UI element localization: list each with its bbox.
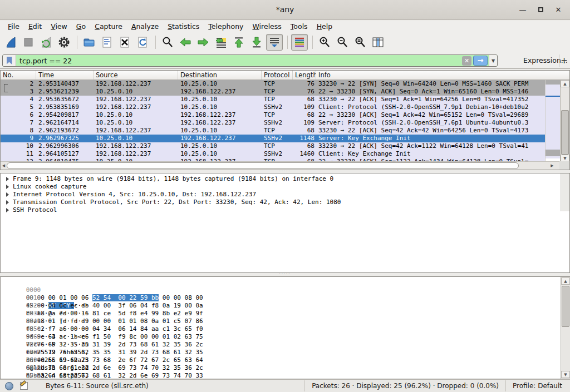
gear-icon xyxy=(57,36,71,49)
menu-item[interactable]: Go xyxy=(72,21,90,32)
scroll-left-arrow[interactable]: ◀ xyxy=(1,162,7,170)
column-header-info[interactable]: Info xyxy=(316,71,569,80)
menu-item[interactable]: View xyxy=(46,21,72,32)
column-header-source[interactable]: Source xyxy=(94,71,178,80)
column-header-length[interactable]: Length xyxy=(293,71,316,80)
menu-item[interactable]: File xyxy=(3,21,24,32)
column-header-time[interactable]: Time xyxy=(36,71,94,80)
stop-capture-button[interactable] xyxy=(20,34,37,51)
zoom-out-button[interactable] xyxy=(334,34,351,51)
packet-list-horizontal-scrollbar[interactable]: ◀ ▶ xyxy=(1,161,560,170)
scrollbar-thumb[interactable] xyxy=(561,110,569,155)
expert-info-icon[interactable] xyxy=(5,382,13,390)
go-last-packet-button[interactable] xyxy=(248,34,265,51)
start-capture-button[interactable] xyxy=(2,34,19,51)
menu-item[interactable]: Capture xyxy=(90,21,127,32)
maximize-button[interactable] xyxy=(533,4,548,16)
filter-bookmark-button[interactable] xyxy=(3,55,16,66)
close-file-icon xyxy=(118,36,131,49)
expand-arrow-icon[interactable] xyxy=(6,208,9,212)
reload-file-button[interactable] xyxy=(134,34,151,51)
packet-list-vertical-scrollbar[interactable]: ▲ ▼ xyxy=(560,80,569,162)
menu-item[interactable]: Analyze xyxy=(127,21,163,32)
bytes-vertical-scrollbar[interactable]: ▲ ▼ xyxy=(561,277,570,379)
filter-history-dropdown[interactable]: ▼ xyxy=(489,55,497,66)
packet-row[interactable]: 9 2.962967325 10.25.0.10 192.168.122.237… xyxy=(1,135,545,142)
scroll-right-arrow[interactable]: ▶ xyxy=(548,162,556,170)
packet-row[interactable]: 10 2.962996306 192.168.122.237 10.25.0.1… xyxy=(1,142,545,150)
filter-input[interactable]: tcp.port == 22 xyxy=(16,57,462,65)
menu-item[interactable]: Help xyxy=(312,21,337,32)
open-file-button[interactable] xyxy=(81,34,97,51)
detail-tree-row[interactable]: Frame 9: 1148 bytes on wire (9184 bits),… xyxy=(1,175,569,183)
go-first-packet-button[interactable] xyxy=(230,34,247,51)
profile-selector[interactable]: Profile: Default xyxy=(505,380,570,391)
close-file-button[interactable] xyxy=(116,34,133,51)
scrollbar-thumb[interactable] xyxy=(562,286,569,327)
find-packet-button[interactable] xyxy=(159,34,176,51)
auto-scroll-button[interactable] xyxy=(266,34,283,51)
column-header-no[interactable]: No. xyxy=(1,71,36,80)
zoom-in-button[interactable] xyxy=(316,34,333,51)
resize-columns-button[interactable] xyxy=(370,34,386,51)
go-forward-button[interactable] xyxy=(195,34,212,51)
capture-options-button[interactable] xyxy=(56,34,72,51)
hex-bytes: 72 76 65 32 35 35 31 39 2d 73 68 61 32 3… xyxy=(26,341,222,349)
details-scrollbar-trough[interactable] xyxy=(561,173,569,211)
title-bar: *any — ✕ xyxy=(0,0,570,20)
zoom-original-button[interactable] xyxy=(352,34,368,51)
expand-arrow-icon[interactable] xyxy=(6,192,9,197)
close-button[interactable]: ✕ xyxy=(551,4,566,16)
clear-filter-button[interactable]: ✕ xyxy=(462,56,471,66)
detail-tree-row[interactable]: Internet Protocol Version 4, Src: 10.25.… xyxy=(1,191,569,199)
detail-tree-row[interactable]: Linux cooked capture xyxy=(1,183,569,191)
go-to-packet-button[interactable] xyxy=(213,34,229,51)
hex-row[interactable]: 0000 00 00 00 01 00 06 52 54 00 22 59 bb… xyxy=(1,279,569,286)
packet-row[interactable]: 5 2.953835169 192.168.122.237 10.25.0.10… xyxy=(1,103,545,111)
hex-bytes: 68 2d 73 68 61 32 2d 6e 69 73 74 70 32 3… xyxy=(26,364,222,372)
minimize-button[interactable]: — xyxy=(515,4,530,16)
scroll-up-arrow[interactable]: ▲ xyxy=(561,277,570,285)
main-toolbar xyxy=(0,32,570,52)
expand-arrow-icon[interactable] xyxy=(6,177,9,181)
packet-row[interactable]: 6 2.954209817 10.25.0.10 192.168.122.237… xyxy=(1,111,545,119)
hex-row[interactable]: 0010 45 00 04 6c ec db 40 00 3f 06 04 f8… xyxy=(1,286,569,294)
detail-tree-row[interactable]: SSH Protocol xyxy=(1,206,569,214)
expand-arrow-icon[interactable] xyxy=(6,200,9,205)
packet-row[interactable]: 4 2.953635672 192.168.122.237 10.25.0.10… xyxy=(1,96,545,103)
save-file-button[interactable] xyxy=(99,34,115,51)
display-filter-field[interactable]: tcp.port == 22 ✕ → ▼ xyxy=(2,54,498,67)
expand-arrow-icon[interactable] xyxy=(6,185,9,189)
apply-filter-button[interactable]: → xyxy=(473,56,488,66)
capture-comment-icon[interactable] xyxy=(20,382,28,390)
menu-item[interactable]: Tools xyxy=(286,21,312,32)
maximize-icon xyxy=(538,7,543,12)
menu-item[interactable]: Wireless xyxy=(248,21,286,32)
menu-item[interactable]: Statistics xyxy=(163,21,204,32)
scroll-down-arrow[interactable]: ▼ xyxy=(561,371,570,378)
hex-offset: 0000 xyxy=(26,286,43,294)
column-header-destination[interactable]: Destination xyxy=(178,71,262,80)
colorize-button[interactable] xyxy=(291,34,308,51)
menu-item[interactable]: Edit xyxy=(24,21,46,32)
packet-row[interactable]: 2 2.953140437 192.168.122.237 10.25.0.10… xyxy=(1,80,545,88)
menu-item[interactable]: Telephony xyxy=(204,21,248,32)
intelligent-scrollbar-minimap[interactable] xyxy=(545,80,561,162)
scrollbar-thumb[interactable] xyxy=(7,162,519,169)
scroll-up-arrow[interactable]: ▲ xyxy=(561,80,569,87)
packet-row[interactable]: 3 2.953621239 10.25.0.10 192.168.122.237… xyxy=(1,88,545,96)
packet-row[interactable]: 11 2.964105127 192.168.122.237 10.25.0.1… xyxy=(1,150,545,158)
packet-row[interactable]: 7 2.962164714 10.25.0.10 192.168.122.237… xyxy=(1,119,545,127)
restart-capture-button[interactable] xyxy=(38,34,55,51)
arrow-down-bar-icon xyxy=(250,36,263,49)
packet-row[interactable]: 8 2.962193672 192.168.122.237 10.25.0.10… xyxy=(1,127,545,135)
detail-tree-row[interactable]: Transmission Control Protocol, Src Port:… xyxy=(1,199,569,206)
zoom-in-icon xyxy=(318,36,331,49)
zoom-out-icon xyxy=(336,36,349,49)
packet-rows: 2 2.953140437 192.168.122.237 10.25.0.10… xyxy=(1,80,545,162)
column-header-protocol[interactable]: Protocol xyxy=(262,71,293,80)
add-filter-button[interactable]: + xyxy=(559,54,569,67)
restart-fin-icon xyxy=(40,36,53,49)
bookmark-icon xyxy=(7,57,12,64)
go-back-button[interactable] xyxy=(177,34,194,51)
